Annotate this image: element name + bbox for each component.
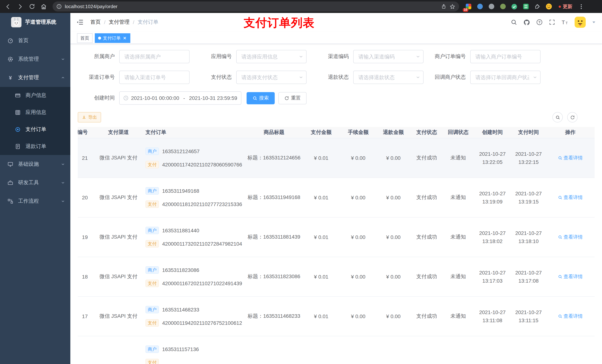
create-time-cell: 2021-10-27 13:19:09 (474, 177, 511, 217)
tab-close-icon[interactable] (123, 36, 127, 40)
extension-olive-icon[interactable] (499, 2, 507, 10)
filter-merchant-label: 所属商户 (78, 53, 119, 60)
create-time-cell (474, 336, 511, 364)
actions-cell: 查看详情 (546, 257, 595, 296)
view-detail-link[interactable]: 查看详情 (558, 313, 583, 319)
sidebar-item-system[interactable]: 系统管理 (0, 50, 70, 68)
merchant-tag: 商户 (146, 345, 159, 353)
font-size-icon[interactable]: TT (561, 19, 569, 26)
table-refresh-button[interactable] (567, 112, 578, 123)
browser-chrome: localhost:1024/pay/order 10 更新 (0, 0, 602, 13)
breadcrumb-home[interactable]: 首页 (90, 19, 101, 26)
refund-status-select[interactable] (353, 71, 424, 84)
range-separator: - (182, 95, 186, 101)
sidebar-item-pay[interactable]: ¥ 支付管理 (0, 68, 70, 87)
search-icon[interactable] (511, 19, 517, 26)
view-detail-link[interactable]: 查看详情 (558, 273, 583, 280)
callback-status: 未通知 (442, 217, 474, 257)
sidebar-item-infra[interactable]: 基础设施 (0, 155, 70, 174)
update-label: 更新 (563, 3, 572, 10)
pay-tag: 支付 (146, 161, 159, 168)
extension-blue-icon[interactable] (476, 2, 484, 10)
order-id: 21 (78, 138, 94, 177)
github-icon[interactable] (523, 19, 530, 26)
filter-callback-status: 回调商户状态 (429, 71, 546, 84)
search-button[interactable]: 搜索 (247, 92, 275, 104)
sidebar-item-pay-order[interactable]: 支付订单 (0, 121, 70, 138)
help-icon[interactable]: ? (536, 19, 543, 26)
view-detail-link[interactable]: 查看详情 (558, 194, 583, 201)
browser-back-button[interactable] (3, 1, 13, 12)
profile-emoji-icon[interactable] (545, 2, 553, 10)
table-row: 17 微信 JSAPI 支付 商户 1635311468233 支付 42000… (78, 296, 595, 336)
share-icon[interactable] (441, 4, 447, 9)
export-button[interactable]: 导出 (78, 112, 101, 123)
tab-pay-order[interactable]: 支付订单 (95, 33, 130, 43)
browser-reload-button[interactable] (27, 1, 37, 12)
merchant-order-no-input[interactable] (470, 50, 540, 63)
filter-refund-status: 退款状态 (312, 71, 429, 84)
reset-button[interactable]: 重置 (279, 92, 307, 104)
merchant-order-no: 1635311881440 (162, 227, 199, 233)
filter-channel-order-no: 渠道订单号 (78, 71, 195, 84)
create-time-range-picker[interactable]: 2021-10-01 00:00:00 - 2021-10-31 23:59:5… (119, 91, 241, 105)
sidebar-item-app-info[interactable]: 应用信息 (0, 104, 70, 121)
extensions-menu-icon[interactable] (533, 2, 541, 10)
callback-status-select[interactable] (470, 71, 540, 84)
view-detail-link[interactable]: 查看详情 (558, 234, 583, 240)
actions-cell (546, 336, 595, 364)
col-header-create-time: 创建时间 (474, 127, 511, 138)
tags-view-bar: 首页 支付订单 (70, 31, 602, 44)
fee-amount: ¥ 0.00 (341, 217, 376, 257)
caret-down-icon[interactable] (592, 20, 596, 24)
grid-icon (15, 110, 21, 115)
browser-update-button[interactable]: 更新 (559, 3, 572, 10)
annotation-title: 支付订单列表 (244, 15, 315, 31)
col-header-actions: 操作 (546, 127, 595, 138)
extension-puzzle-icon[interactable]: 10 (464, 2, 473, 10)
breadcrumb-pay[interactable]: 支付管理 (109, 19, 129, 26)
pay-channel: 微信 JSAPI 支付 (94, 138, 142, 177)
chevron-up-icon (61, 75, 65, 80)
col-header-callback: 回调状态 (442, 127, 474, 138)
sidebar-item-workflow[interactable]: 工作流程 (0, 192, 70, 210)
hamburger-icon[interactable] (76, 19, 84, 26)
chevron-down-icon (61, 162, 65, 166)
app-select[interactable] (236, 50, 307, 63)
pay-time-cell: 2021-10-27 13:22:15 (511, 138, 546, 177)
extension-gray-icon[interactable] (487, 2, 495, 10)
filter-create-time-label: 创建时间 (78, 95, 119, 101)
merchant-select[interactable] (119, 50, 190, 63)
hide-search-button[interactable] (552, 112, 563, 123)
browser-forward-button[interactable] (15, 1, 25, 12)
channel-code-select[interactable] (353, 50, 424, 63)
sidebar-item-devtools[interactable]: 研发工具 (0, 174, 70, 192)
view-detail-link[interactable]: 查看详情 (558, 155, 583, 161)
sidebar-item-refund-order[interactable]: 退款订单 (0, 138, 70, 155)
sidebar-item-home[interactable]: 首页 (0, 31, 70, 50)
site-info-icon[interactable] (56, 4, 62, 9)
refund-amount: ¥ 0.00 (376, 138, 411, 177)
pay-order-cell: 商户 1635311823086 支付 42000011672021102710… (142, 257, 246, 296)
pay-status: 支付成功 (411, 296, 442, 336)
pay-status-select[interactable] (236, 71, 307, 84)
pay-order-cell: 商户 1635311949168 支付 42000011812021102777… (142, 177, 246, 217)
sidebar-item-merchant-info[interactable]: 商户信息 (0, 87, 70, 104)
table-row: 商户 1635311157136 支付 (78, 336, 595, 364)
address-bar[interactable]: localhost:1024/pay/order (53, 1, 459, 11)
chat-extension-icon[interactable] (522, 2, 530, 10)
browser-home-button[interactable] (39, 1, 49, 12)
merchant-tag: 商户 (146, 266, 159, 274)
extension-badge: 10 (463, 8, 468, 12)
bookmark-star-icon[interactable] (450, 3, 455, 10)
refund-amount: ¥ 0.00 (376, 217, 411, 257)
pay-status: 支付成功 (411, 138, 442, 177)
fullscreen-icon[interactable] (549, 19, 555, 26)
browser-menu-icon[interactable] (576, 1, 586, 12)
tab-home[interactable]: 首页 (77, 33, 93, 43)
callback-status (442, 336, 474, 364)
bank-card-icon (15, 93, 21, 98)
user-avatar[interactable] (575, 17, 586, 28)
channel-order-no-input[interactable] (119, 71, 190, 84)
vue-devtools-icon[interactable] (510, 2, 518, 10)
